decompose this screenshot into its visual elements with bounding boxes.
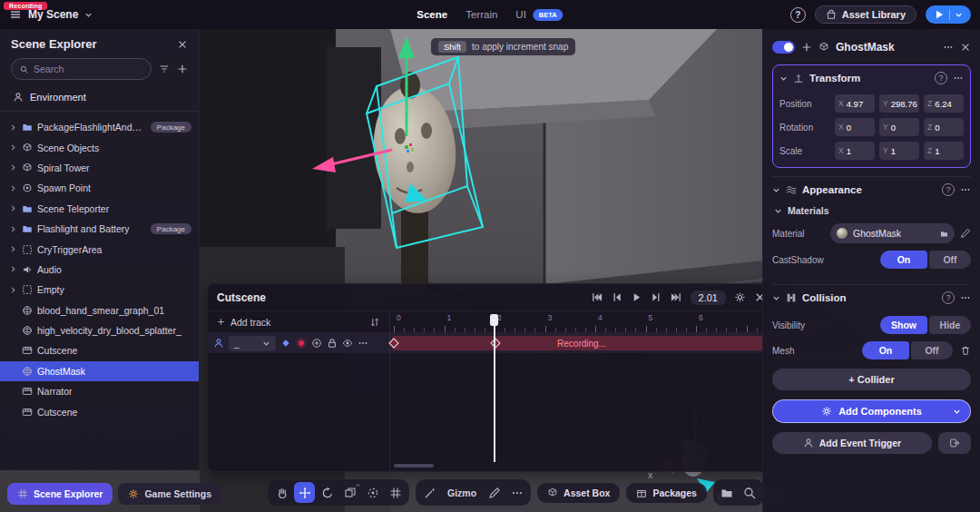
magic-wand-button[interactable] [419,482,440,503]
tree-item-ghostmask[interactable]: GhostMask [0,361,199,381]
play-button[interactable] [926,5,971,24]
tab-scene[interactable]: Scene [416,9,447,20]
entity-options-button[interactable] [943,42,954,53]
environment-item[interactable]: Environment [0,87,199,107]
visibility-show-button[interactable]: Show [880,316,927,334]
rotation-z-input[interactable]: Z0 [924,118,964,136]
position-z-input[interactable]: Z6.24 [924,94,964,113]
mesh-off-button[interactable]: Off [911,341,953,359]
collapse-icon[interactable] [772,294,780,302]
timeline-empty-area[interactable] [389,353,775,471]
timeline-scrollbar[interactable] [394,464,434,468]
timeline-track-area[interactable]: Recording... [389,333,775,353]
scale-y-input[interactable]: Y1 [879,142,919,160]
recording-track-bar[interactable]: Recording... [392,336,771,350]
asset-box-button[interactable]: Asset Box [537,483,620,503]
skip-to-start-button[interactable] [591,291,603,303]
castshadow-off-button[interactable]: Off [929,251,971,269]
scene-explorer-toggle-button[interactable]: Scene Explorer [7,483,113,505]
playhead-handle[interactable] [490,314,498,326]
timeline-time-display[interactable]: 2.01 [691,290,726,305]
pen-tool-button[interactable] [484,482,505,503]
add-property-button[interactable] [311,338,322,349]
paste-component-button[interactable] [938,432,971,454]
filter-button[interactable] [159,64,170,74]
appearance-options-button[interactable] [960,184,971,195]
asset-library-button[interactable]: Asset Library [815,5,916,24]
record-button[interactable] [296,338,307,349]
tree-item-audio[interactable]: Audio [0,260,199,280]
material-picker[interactable]: GhostMask [830,223,955,243]
chevron-right-icon[interactable] [9,184,17,192]
tab-ui[interactable]: UI [515,9,526,20]
castshadow-on-button[interactable]: On [880,251,927,269]
timeline-playhead[interactable] [494,324,495,462]
tree-item-cutscene[interactable]: Cutscene [0,401,199,421]
add-event-trigger-button[interactable]: Add Event Trigger [772,432,932,454]
timeline-play-button[interactable] [631,291,642,303]
chevron-right-icon[interactable] [9,245,17,253]
appearance-help-icon[interactable]: ? [942,183,955,196]
scale-z-input[interactable]: Z1 [924,142,964,160]
tree-item-flashlight-and-battery[interactable]: Flashlight and BatteryPackage [0,219,199,239]
tree-item-spawn-point[interactable]: Spawn Point [0,178,199,198]
mesh-on-button[interactable]: On [862,341,909,359]
add-collider-button[interactable]: + Collider [772,369,971,390]
grid-tool-button[interactable] [385,482,406,503]
transform-help-icon[interactable]: ? [935,72,947,84]
more-tools-button[interactable] [506,482,527,503]
track-sort-icon[interactable] [369,317,380,328]
tree-item-scene-objects[interactable]: Scene Objects [0,137,199,157]
packages-button[interactable]: Packages [626,483,706,503]
tree-item-cutscene[interactable]: Cutscene [0,340,199,360]
chevron-right-icon[interactable] [9,286,17,294]
next-keyframe-button[interactable] [651,291,662,303]
collision-help-icon[interactable]: ? [942,291,955,304]
chevron-right-icon[interactable] [9,163,17,172]
collapse-icon[interactable] [779,74,788,83]
rotation-y-input[interactable]: Y0 [879,118,919,136]
menu-icon[interactable] [9,8,22,21]
close-panel-icon[interactable] [177,39,188,50]
game-settings-button[interactable]: Game Settings [118,483,221,505]
lock-track-button[interactable] [327,338,338,349]
search-input[interactable]: Search [11,58,152,80]
collapse-icon[interactable] [772,186,780,194]
add-components-button[interactable]: Add Components [772,399,971,423]
scale-x-input[interactable]: X1 [835,142,875,160]
track-property-dropdown[interactable]: _ [229,336,276,351]
chevron-right-icon[interactable] [9,204,17,212]
pan-tool-button[interactable] [271,482,292,503]
chevron-right-icon[interactable] [9,123,17,132]
delete-mesh-button[interactable] [960,345,971,356]
track-options-button[interactable] [358,338,368,349]
add-keyframe-button[interactable] [280,338,291,349]
tree-item-high-velocity-dry-blood-splatter[interactable]: high_velocity_dry_blood_splatter_ [0,320,199,340]
chevron-down-icon[interactable] [84,11,93,19]
tree-item-blood-hand-smear-graph-01[interactable]: blood_hand_smear_graph_01 [0,300,199,320]
folder-icon[interactable] [940,230,948,238]
folder-button[interactable] [717,482,738,503]
viewport-search-button[interactable] [740,482,760,503]
rotate-tool-button[interactable] [317,482,338,503]
play-options-chevron-icon[interactable] [955,11,963,19]
tree-item-crytriggerarea[interactable]: CryTriggerArea [0,239,199,259]
chevron-right-icon[interactable] [9,225,17,233]
tree-item-empty[interactable]: Empty [0,280,199,300]
add-track-button[interactable]: Add track [208,311,389,333]
timeline-ruler[interactable]: 0123456 [389,311,775,333]
scene-menu-button[interactable]: My Scene [28,8,78,21]
rotation-x-input[interactable]: X0 [835,118,875,136]
previous-keyframe-button[interactable] [611,291,622,303]
edit-material-button[interactable] [960,228,971,239]
tree-item-spiral-tower[interactable]: Spiral Tower [0,158,199,178]
entity-enabled-toggle[interactable] [772,41,795,54]
help-button[interactable]: ? [790,7,806,23]
move-tool-button[interactable] [294,482,315,503]
timeline-settings-icon[interactable] [734,291,746,303]
gizmo-mode-button[interactable]: Gizmo [442,487,482,498]
inspector-close-icon[interactable] [960,42,971,53]
collapse-icon[interactable] [774,207,782,215]
tree-item-scene-teleporter[interactable]: Scene Teleporter [0,199,199,219]
chevron-right-icon[interactable] [9,265,17,273]
